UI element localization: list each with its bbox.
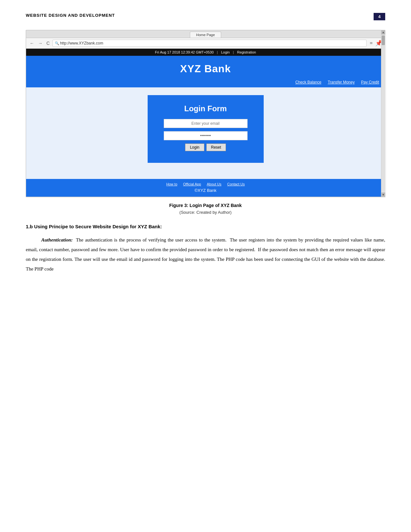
contact-us-link[interactable]: Contact Us [227,182,245,186]
body-paragraph: Authentication: The authentication is th… [26,235,385,274]
bank-name: XYZ Bank [29,63,382,75]
official-app-link[interactable]: Official App [183,182,201,186]
topbar-login-link[interactable]: Login [221,50,230,54]
browser-tab[interactable]: Home Page [190,32,221,38]
page-header: WEBSITE DESIGN AND DEVELOPMENT 4 [26,13,385,20]
bank-footer: How to Official App About Us Contact Us … [26,179,385,197]
figure-source: (Source: Created by Author) [26,210,385,215]
pay-credit-link[interactable]: Pay Credit [361,80,379,84]
bank-header: XYZ Bank [26,56,385,78]
bank-site: Fri Aug 17 2018 12:39:42 GMT+0530 | Logi… [26,49,385,197]
check-balance-link[interactable]: Check Balance [295,80,321,84]
reload-button[interactable]: C [45,40,51,46]
document-title: WEBSITE DESIGN AND DEVELOPMENT [26,13,115,18]
browser-menu-icon[interactable]: ≡ [370,40,373,46]
login-form-box: Login Form Login Reset [148,95,264,163]
bank-nav: Check Balance Transfer Money Pay Credit [26,78,385,87]
url-bar[interactable] [53,40,367,47]
email-input[interactable] [164,119,248,128]
back-button[interactable]: ← [29,40,35,46]
footer-links: How to Official App About Us Contact Us [26,182,385,186]
browser-mockup: Home Page ← → C 🔍 ≡ 📌 Fri Aug 17 2018 12… [26,30,385,197]
footer-copyright: ©XYZ Bank [26,188,385,193]
forward-button[interactable]: → [37,40,44,46]
password-input[interactable] [164,131,248,140]
topbar-registration-link[interactable]: Registration [237,50,256,54]
scroll-thumb[interactable] [382,35,385,45]
figure-caption: Figure 3: Login Page of XYZ Bank [26,203,385,208]
browser-scrollbar[interactable]: ▲ ▼ [381,30,385,197]
topbar-datetime: Fri Aug 17 2018 12:39:42 GMT+0530 [155,50,214,54]
about-us-link[interactable]: About Us [207,182,221,186]
scroll-up-btn[interactable]: ▲ [381,30,385,34]
section-heading: 1.b Using Principe to Secure Website Des… [26,224,385,229]
login-form-title: Login Form [164,104,248,113]
transfer-money-link[interactable]: Transfer Money [328,80,355,84]
figure-caption-container: Figure 3: Login Page of XYZ Bank (Source… [26,203,385,215]
login-button[interactable]: Login [185,143,204,151]
reset-button[interactable]: Reset [206,143,226,151]
bank-content: Login Form Login Reset [26,87,385,179]
authentication-label: Authentication: [41,237,73,242]
login-btn-row: Login Reset [164,143,248,151]
browser-tab-bar: Home Page [26,30,385,38]
browser-toolbar: ← → C 🔍 ≡ 📌 [26,38,385,49]
bank-topbar: Fri Aug 17 2018 12:39:42 GMT+0530 | Logi… [26,49,385,56]
scroll-down-btn[interactable]: ▼ [381,192,385,197]
how-to-link[interactable]: How to [166,182,177,186]
page-number: 4 [374,13,385,20]
